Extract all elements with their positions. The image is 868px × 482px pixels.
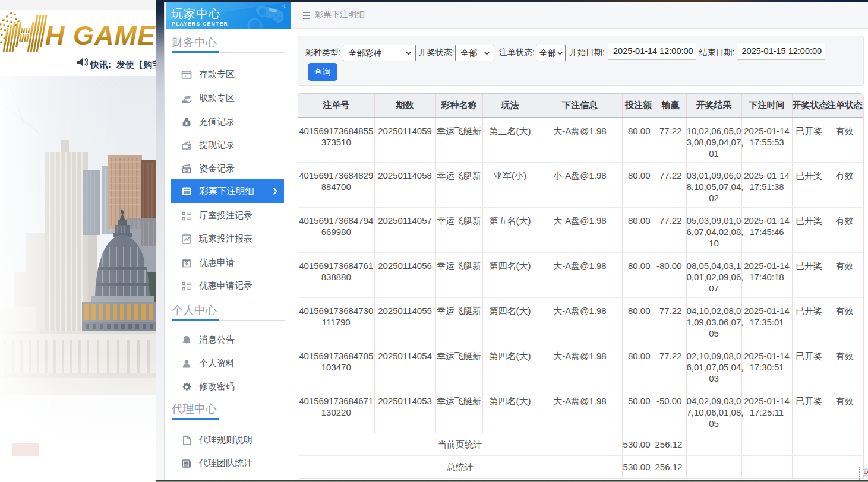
svg-text:H GAME: H GAME: [45, 20, 156, 50]
svg-text:$: $: [185, 169, 187, 172]
svg-text:¥: ¥: [185, 261, 188, 267]
